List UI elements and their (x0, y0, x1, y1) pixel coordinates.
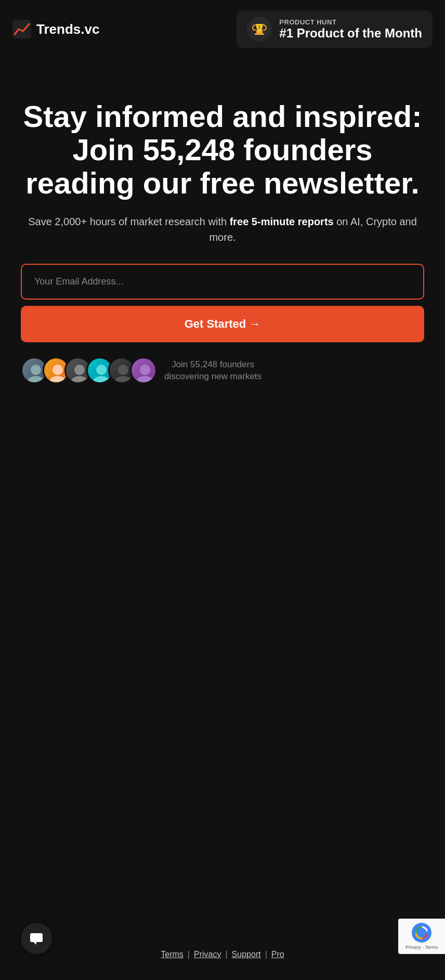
header: Trends.vc 1 PRODUCT HUNT #1 Product of t… (0, 0, 445, 58)
footer-sep-1: | (188, 950, 190, 959)
signup-form: Get Started → (21, 264, 424, 342)
footer-links: Terms | Privacy | Support | Pro (0, 950, 445, 959)
avatar-6 (130, 357, 157, 384)
logo-icon (12, 20, 31, 38)
footer: Terms | Privacy | Support | Pro (0, 950, 445, 959)
recaptcha-badge: Privacy - Terms (398, 919, 445, 954)
email-input[interactable] (21, 264, 424, 300)
svg-point-6 (28, 376, 44, 384)
subtext-prefix: Save 2,000+ hours of market research wit… (28, 216, 229, 227)
svg-point-5 (31, 365, 41, 375)
chat-icon (29, 931, 44, 946)
svg-rect-17 (30, 933, 43, 942)
footer-sep-3: | (265, 950, 267, 959)
footer-sep-2: | (225, 950, 227, 959)
svg-point-20 (426, 931, 429, 934)
svg-rect-3 (255, 33, 264, 35)
svg-rect-0 (12, 20, 31, 38)
svg-point-9 (74, 365, 85, 375)
social-text: Join 55,248 founders discovering new mar… (164, 358, 261, 383)
hero-section: Stay informed and inspired: Join 55,248 … (0, 58, 445, 405)
svg-point-7 (53, 365, 63, 375)
social-text-line2: discovering new markets (164, 370, 261, 383)
footer-pro-link[interactable]: Pro (271, 950, 284, 959)
footer-support-link[interactable]: Support (232, 950, 261, 959)
svg-point-10 (71, 376, 88, 384)
svg-point-8 (49, 376, 66, 384)
svg-point-15 (140, 365, 150, 375)
recaptcha-links[interactable]: Privacy - Terms (405, 945, 438, 950)
svg-point-13 (118, 365, 128, 375)
svg-marker-18 (33, 942, 36, 945)
svg-point-16 (137, 376, 153, 384)
trophy-icon: 1 (247, 17, 272, 42)
footer-terms-link[interactable]: Terms (161, 950, 184, 959)
subtext-bold: free 5-minute reports (230, 216, 334, 227)
cta-button[interactable]: Get Started → (21, 306, 424, 342)
badge-text: PRODUCT HUNT #1 Product of the Month (279, 18, 422, 41)
recaptcha-icon (412, 923, 431, 943)
chat-widget[interactable] (21, 923, 52, 954)
badge-label: PRODUCT HUNT (279, 18, 422, 26)
product-hunt-badge: 1 PRODUCT HUNT #1 Product of the Month (237, 10, 433, 48)
social-text-line1: Join 55,248 founders (164, 358, 261, 371)
svg-point-14 (115, 376, 132, 384)
avatars (21, 357, 157, 384)
svg-text:1: 1 (258, 24, 261, 30)
logo[interactable]: Trends.vc (12, 20, 99, 38)
social-proof: Join 55,248 founders discovering new mar… (21, 357, 424, 384)
badge-title: #1 Product of the Month (279, 26, 422, 41)
svg-point-11 (96, 365, 107, 375)
hero-subtext: Save 2,000+ hours of market research wit… (21, 214, 424, 245)
logo-text: Trends.vc (36, 21, 99, 37)
hero-headline: Stay informed and inspired: Join 55,248 … (21, 100, 424, 199)
svg-point-12 (93, 376, 110, 384)
footer-privacy-link[interactable]: Privacy (194, 950, 221, 959)
